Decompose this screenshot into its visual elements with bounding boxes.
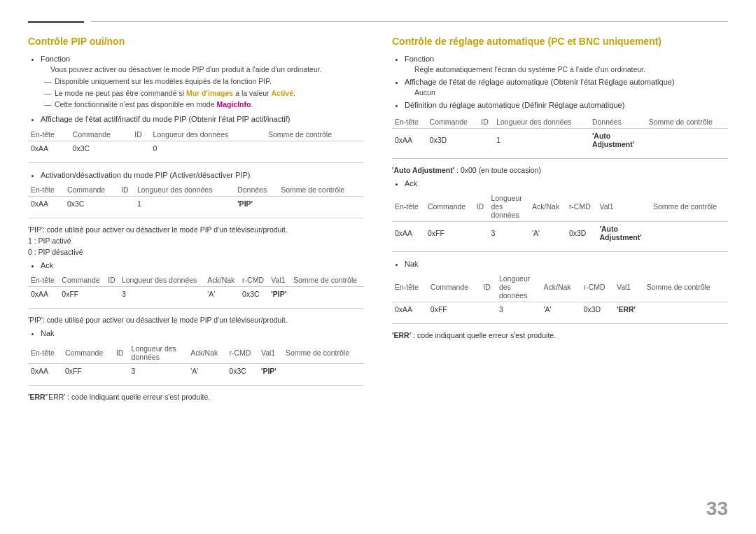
rtd-ak2: 'A' — [529, 221, 566, 244]
left-pip-inactive: 0 : PIP désactivé — [28, 248, 364, 256]
td-l4: 3 — [129, 363, 188, 378]
left-dash2-active: Activé — [272, 89, 294, 97]
table-row: 0xAA 0xFF 3 'A' 0x3C 'PIP' — [28, 363, 364, 378]
top-rule — [28, 21, 728, 23]
td-s4 — [283, 363, 364, 378]
td-c3: 0xFF — [59, 287, 105, 302]
left-dash2: Le mode ne peut pas être commandé si Mur… — [41, 88, 364, 99]
right-table2: En-tête Commande ID Longueurdesdonnées A… — [392, 192, 728, 244]
right-affichage-text: Affichage de l'état de réglage automatiq… — [405, 78, 675, 86]
left-ack-bullet: Ack — [41, 260, 364, 271]
th-c3: Commande — [59, 274, 105, 287]
left-dash1: Disponible uniquement sur les modèles éq… — [41, 76, 364, 87]
right-column: Contrôle de réglage automatique (PC et B… — [392, 36, 728, 404]
rth-c3: Commande — [428, 272, 481, 302]
th-entete2: En-tête — [28, 183, 64, 197]
right-affichage-bullet: Affichage de l'état de réglage automatiq… — [405, 77, 728, 98]
th-id: ID — [132, 128, 150, 141]
td-id2 — [118, 196, 134, 211]
th-commande: Commande — [70, 128, 132, 141]
th-ak3: Ack/Nak — [204, 274, 239, 287]
th-somme: Somme de contrôle — [265, 128, 364, 141]
rth-c1: Commande — [427, 115, 479, 129]
th-v4: Val1 — [258, 342, 283, 364]
right-divider3 — [392, 323, 728, 324]
td-commande: 0x3C — [70, 141, 132, 155]
rth-v2: Val1 — [596, 192, 650, 222]
right-ack-bullet: Ack — [405, 178, 728, 189]
left-pip-active: 1 : PIP activé — [28, 237, 364, 245]
left-table1-bullet: Affichage de l'état actif/inactif du mod… — [41, 114, 364, 125]
rth-c2: Commande — [425, 192, 474, 222]
rtd-s1 — [646, 128, 728, 151]
th-longueur: Longueur des données — [150, 128, 265, 141]
rtd-c2: 0xFF — [425, 221, 474, 244]
td-i3 — [105, 287, 119, 302]
td-somme2-val — [278, 196, 364, 211]
td-entete2: 0xAA — [28, 196, 64, 211]
page-layout: Contrôle PIP oui/non Fonction Vous pouve… — [28, 36, 728, 404]
left-note2: 'PIP': code utilisé pour activer ou désa… — [28, 316, 364, 324]
left-table4: En-tête Commande ID Longueur desdonnées … — [28, 342, 364, 378]
rth-r3: r-CMD — [581, 272, 614, 302]
right-fonction-label: Fonction — [405, 55, 434, 63]
td-length2: 1 — [134, 196, 234, 211]
th-r3: r-CMD — [239, 274, 268, 287]
left-dash3-suffix: . — [251, 100, 253, 108]
left-dash3-highlight: MagicInfo — [216, 100, 251, 108]
rth-ak2: Ack/Nak — [529, 192, 566, 222]
left-table1: En-tête Commande ID Longueur des données… — [28, 128, 364, 155]
th-e3: En-tête — [28, 274, 59, 287]
right-nak-bullet: Nak — [405, 259, 728, 269]
left-table3-list: Ack — [28, 260, 364, 271]
td-entete: 0xAA — [28, 141, 70, 155]
left-table1-list: Affichage de l'état actif/inactif du mod… — [28, 114, 364, 125]
th-c4: Commande — [62, 342, 113, 364]
td-v4: 'PIP' — [258, 363, 283, 378]
td-i4 — [113, 363, 129, 378]
rtd-e2: 0xAA — [392, 221, 425, 244]
page-number: 33 — [706, 498, 728, 520]
rtd-c1: 0x3D — [427, 128, 479, 151]
rth-s1: Somme de contrôle — [646, 115, 728, 129]
rth-ak3: Ack/Nak — [541, 272, 581, 302]
left-dash3-prefix: Cette fonctionnalité n'est pas disponibl… — [55, 100, 216, 108]
td-id — [132, 141, 150, 155]
rth-r2: r-CMD — [566, 192, 597, 222]
rth-i3: ID — [480, 272, 496, 302]
th-e4: En-tête — [28, 342, 62, 364]
divider3 — [28, 308, 364, 309]
left-err-text: 'ERR' : code indiquant quelle erreur s'e… — [47, 393, 210, 401]
rtd-l2: 3 — [488, 221, 529, 244]
left-err-bold: 'ERR' — [28, 393, 47, 401]
rtd-s3 — [644, 302, 728, 317]
rth-s3: Somme de contrôle — [644, 272, 728, 302]
th-commande2: Commande — [64, 183, 118, 197]
td-r3: 0x3C — [239, 287, 268, 302]
divider1 — [28, 162, 364, 163]
th-somme2: Somme de contrôle — [278, 183, 364, 197]
td-ak3: 'A' — [204, 287, 239, 302]
rtd-i3 — [480, 302, 496, 317]
left-column: Contrôle PIP oui/non Fonction Vous pouve… — [28, 36, 364, 404]
left-fonction-desc: Vous pouvez activer ou désactiver le mod… — [41, 64, 364, 75]
th-l3: Longueur des données — [119, 274, 204, 287]
rtd-e1: 0xAA — [392, 128, 427, 151]
rth-e2: En-tête — [392, 192, 425, 222]
rtd-i1 — [478, 128, 493, 151]
rth-l3: Longueurdesdonnées — [496, 272, 541, 302]
right-err-bold: 'ERR' — [392, 331, 411, 339]
table-row: 0xAA 0xFF 3 'A' 0x3C 'PIP' — [28, 287, 364, 302]
right-auto-note-text: : 0x00 (en toute occasion) — [454, 166, 541, 174]
divider2 — [28, 218, 364, 218]
right-table3-list: Nak — [392, 259, 728, 269]
rth-s2: Somme de contrôle — [650, 192, 728, 222]
td-c4: 0xFF — [62, 363, 113, 378]
th-donnees2: Données — [234, 183, 278, 197]
right-definition-bullet: Définition du réglage automatique (Défin… — [405, 100, 728, 111]
td-s3 — [290, 287, 364, 302]
rth-e1: En-tête — [392, 115, 427, 129]
th-entete: En-tête — [28, 128, 70, 141]
right-table2-list: Ack — [392, 178, 728, 189]
rth-l2: Longueurdesdonnées — [488, 192, 529, 222]
